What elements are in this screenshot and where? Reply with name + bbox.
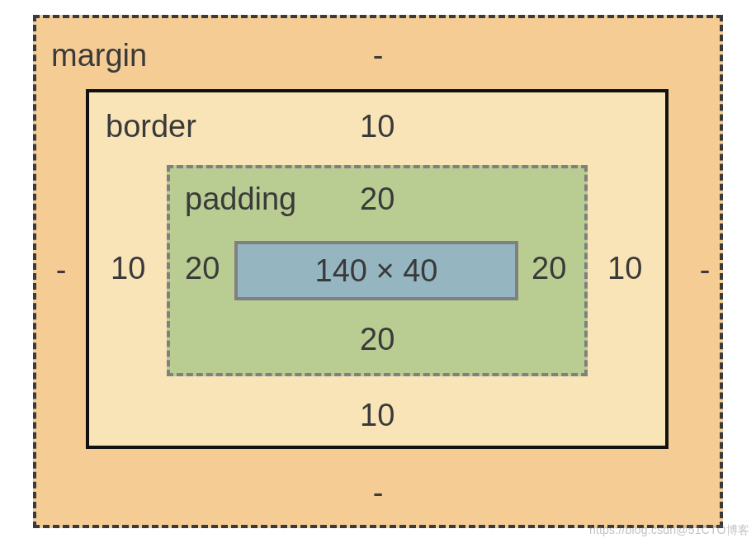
border-top-value: 10: [360, 111, 395, 142]
border-left-value: 10: [111, 253, 145, 284]
content-size-label: 140 × 40: [315, 253, 438, 289]
padding-bottom-value: 20: [360, 323, 395, 355]
padding-left-value: 20: [185, 253, 220, 284]
margin-left-value: -: [46, 254, 76, 286]
padding-right-value: 20: [532, 253, 566, 284]
border-right-value: 10: [607, 253, 642, 284]
content-region: 140 × 40: [234, 241, 518, 300]
margin-bottom-value: -: [363, 477, 393, 508]
watermark-text: https://blog.csdn@51CTO博客: [589, 523, 749, 538]
border-label: border: [106, 111, 196, 142]
padding-top-value: 20: [360, 183, 395, 215]
padding-label: padding: [185, 183, 296, 215]
margin-right-value: -: [690, 254, 720, 286]
border-bottom-value: 10: [360, 399, 395, 431]
box-model-diagram: 140 × 40 margin border padding - - - - 1…: [0, 0, 756, 543]
margin-top-value: -: [363, 40, 393, 71]
margin-label: margin: [51, 40, 147, 71]
